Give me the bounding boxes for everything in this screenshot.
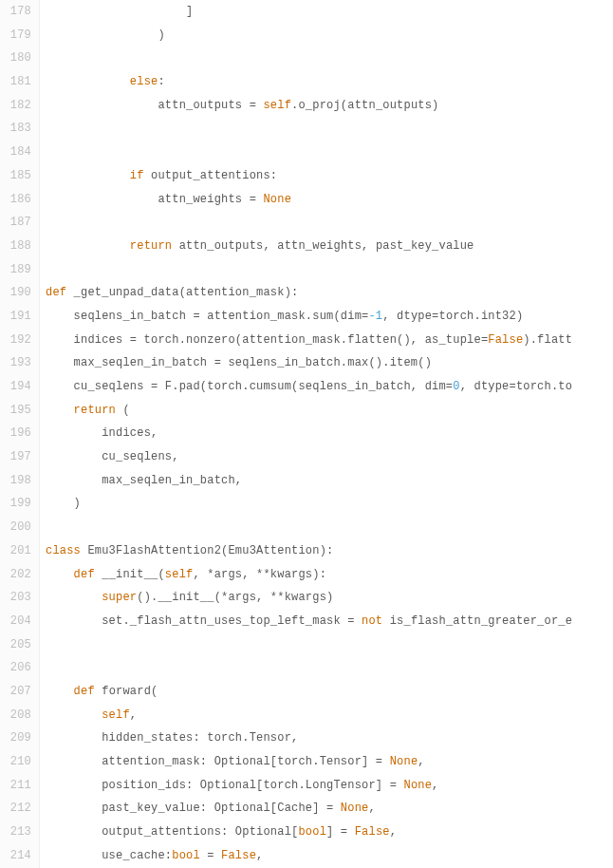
code-line[interactable]: cu_seqlens = F.pad(torch.cumsum(seqlens_… <box>46 375 613 399</box>
line-number: 180 <box>0 47 31 70</box>
token-plain: seqlens_in_batch = attention_mask.sum(di… <box>74 310 369 323</box>
code-line[interactable] <box>46 47 613 70</box>
token-plain: set._flash_attn_uses_top_left_mask = <box>102 614 362 628</box>
code-line[interactable]: def _get_unpad_data(attention_mask): <box>46 281 613 305</box>
code-line[interactable]: attention_mask: Optional[torch.Tensor] =… <box>46 750 613 774</box>
line-number: 213 <box>0 821 31 844</box>
code-line[interactable] <box>46 656 613 680</box>
line-number: 182 <box>0 94 31 118</box>
indent <box>46 28 158 42</box>
code-line[interactable]: use_cache:bool = False, <box>46 844 613 868</box>
line-number: 188 <box>0 235 31 258</box>
indent <box>46 380 74 393</box>
code-line[interactable]: if output_attentions: <box>46 164 613 188</box>
code-line[interactable]: else: <box>46 70 613 94</box>
code-line[interactable]: max_seqlen_in_batch, <box>46 469 613 493</box>
code-line[interactable] <box>46 211 613 235</box>
token-plain: , *args, **kwargs): <box>193 568 326 581</box>
token-plain: hidden_states: torch.Tensor, <box>102 731 298 745</box>
indent <box>46 239 130 253</box>
code-line[interactable]: hidden_states: torch.Tensor, <box>46 726 613 750</box>
code-line[interactable]: return ( <box>46 399 613 423</box>
token-plain: output_attentions: <box>144 169 278 182</box>
code-line[interactable]: class Emu3FlashAttention2(Emu3Attention)… <box>46 539 613 563</box>
code-line[interactable]: ) <box>46 492 613 516</box>
code-line[interactable]: super().__init__(*args, **kwargs) <box>46 586 613 610</box>
token-plain: : <box>158 75 164 88</box>
code-line[interactable]: indices = torch.nonzero(attention_mask.f… <box>46 329 613 352</box>
token-plain: ) <box>74 497 81 510</box>
code-line[interactable]: ) <box>46 24 613 47</box>
indent <box>46 849 102 862</box>
token-plain: cu_seqlens, <box>102 450 178 463</box>
indent <box>46 426 102 440</box>
indent <box>46 497 74 510</box>
code-line[interactable]: self, <box>46 704 613 727</box>
indent <box>46 404 74 417</box>
line-number: 212 <box>0 797 31 821</box>
code-line[interactable]: set._flash_attn_uses_top_left_mask = not… <box>46 610 613 633</box>
indent <box>46 333 74 347</box>
code-line[interactable]: attn_weights = None <box>46 188 613 212</box>
token-plain: ().__init__(*args, **kwargs) <box>137 591 333 604</box>
line-number: 200 <box>0 516 31 539</box>
indent <box>46 802 102 815</box>
code-content[interactable]: ] ) else: attn_outputs = self.o_proj(att… <box>40 0 613 868</box>
code-line[interactable]: def forward( <box>46 680 613 704</box>
token-kw: def <box>74 685 95 698</box>
line-number: 204 <box>0 610 31 633</box>
line-number: 184 <box>0 141 31 164</box>
line-number: 187 <box>0 211 31 235</box>
code-line[interactable] <box>46 516 613 539</box>
token-self: self <box>263 99 291 112</box>
token-plain: max_seqlen_in_batch, <box>102 474 242 487</box>
code-line[interactable] <box>46 117 613 141</box>
indent <box>46 5 186 18</box>
indent <box>46 825 102 839</box>
line-number: 201 <box>0 539 31 563</box>
indent <box>46 474 102 487</box>
token-plain: , dtype=torch.int32) <box>382 310 523 323</box>
code-line[interactable] <box>46 141 613 164</box>
token-num: 0 <box>453 380 459 393</box>
code-line[interactable]: ] <box>46 0 613 24</box>
line-number: 198 <box>0 469 31 493</box>
code-line[interactable]: past_key_value: Optional[Cache] = None, <box>46 797 613 821</box>
token-plain: is_flash_attn_greater_or_e <box>382 614 572 628</box>
code-line[interactable]: cu_seqlens, <box>46 445 613 469</box>
token-plain: cu_seqlens = F.pad(torch.cumsum(seqlens_… <box>74 380 454 393</box>
token-kw: def <box>46 286 66 299</box>
token-plain: past_key_value: Optional[Cache] = <box>102 802 341 815</box>
indent <box>46 731 102 745</box>
token-plain: .o_proj(attn_outputs) <box>291 99 438 112</box>
code-line[interactable]: seqlens_in_batch = attention_mask.sum(di… <box>46 305 613 329</box>
token-kw: if <box>130 169 144 182</box>
line-number: 186 <box>0 188 31 212</box>
token-plain: attn_outputs = <box>158 99 263 112</box>
code-line[interactable] <box>46 258 613 282</box>
code-line[interactable]: attn_outputs = self.o_proj(attn_outputs) <box>46 94 613 118</box>
token-kw: return <box>74 404 116 417</box>
token-kw: bool <box>172 849 200 862</box>
token-kw: else <box>130 75 158 88</box>
line-number: 208 <box>0 704 31 727</box>
token-plain: indices = torch.nonzero(attention_mask.f… <box>74 333 489 347</box>
line-number: 202 <box>0 563 31 587</box>
indent <box>46 356 74 369</box>
code-line[interactable]: indices, <box>46 422 613 445</box>
code-line[interactable]: def __init__(self, *args, **kwargs): <box>46 563 613 587</box>
indent <box>46 99 158 112</box>
code-line[interactable]: position_ids: Optional[torch.LongTensor]… <box>46 774 613 798</box>
code-line[interactable] <box>46 633 613 657</box>
code-line[interactable]: max_seqlen_in_batch = seqlens_in_batch.m… <box>46 351 613 375</box>
token-plain: use_cache: <box>102 849 172 862</box>
code-line[interactable]: return attn_outputs, attn_weights, past_… <box>46 235 613 258</box>
code-line[interactable]: output_attentions: Optional[bool] = Fals… <box>46 821 613 844</box>
token-self: self <box>165 568 194 581</box>
line-number: 196 <box>0 422 31 445</box>
token-kw: class <box>46 544 81 557</box>
indent <box>46 708 102 722</box>
indent <box>46 450 102 463</box>
indent <box>46 685 74 698</box>
indent <box>46 779 102 792</box>
